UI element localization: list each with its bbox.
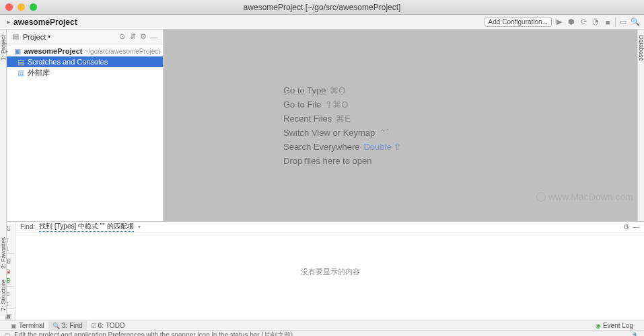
folder-icon: ▣ <box>13 46 22 56</box>
hint-go-to-type: Go to Type ⌘O <box>283 85 637 95</box>
stop-icon[interactable]: ■ <box>603 17 612 27</box>
project-view-icon: ▤ <box>11 32 20 42</box>
event-log-icon: ◉ <box>596 323 601 329</box>
breadcrumb[interactable]: awesomeProject <box>13 17 77 27</box>
toolbar: ▸ awesomeProject Add Configuration... ▶ … <box>0 15 644 30</box>
window-title: awesomeProject [~/go/src/awesomeProject] <box>244 3 401 12</box>
titlebar: awesomeProject [~/go/src/awesomeProject] <box>0 0 644 15</box>
hint-drop-files: Drop files here to open <box>283 156 637 166</box>
sidebar-header: ▤ Project ▾ ⊙ ⇵ ⚙ — <box>7 30 163 44</box>
gutter-favorites-tab[interactable]: 2: Favorites <box>0 235 7 271</box>
find-panel: ⇅ ↑ ↓ ⊞ ⊗ ⊕ ≡ ↕ ▣ Find: 找到 [Types] 中模式 "… <box>0 221 644 321</box>
editor-area[interactable]: Go to Type ⌘O Go to File ⇧⌘O Recent File… <box>164 30 637 221</box>
locate-icon[interactable]: ⊙ <box>117 32 127 42</box>
hint-go-to-file: Go to File ⇧⌘O <box>283 99 637 110</box>
left-gutter: 1: Project <box>0 30 7 221</box>
tab-terminal[interactable]: ▣Terminal <box>7 321 48 330</box>
gutter-database-tab[interactable]: Database <box>638 32 645 64</box>
window-controls <box>5 3 37 11</box>
right-gutter: Database <box>637 30 644 221</box>
sidebar-title[interactable]: Project ▾ <box>23 33 114 41</box>
left-gutter-bottom: 2: Favorites 7: Structure <box>0 221 7 317</box>
status-bar: ▢ Edit the project and application Prefe… <box>0 330 644 336</box>
profiler-icon[interactable]: ◔ <box>591 17 600 27</box>
find-label: Find: <box>20 223 35 230</box>
debug-icon[interactable]: ⬢ <box>567 17 576 27</box>
hint-switch-view: Switch View or Keymap ⌃` <box>283 128 637 138</box>
maximize-icon[interactable] <box>30 3 37 11</box>
add-configuration-button[interactable]: Add Configuration... <box>485 17 552 27</box>
tree-item-label: Scratches and Consoles <box>28 58 108 66</box>
close-icon[interactable] <box>5 3 13 11</box>
tree-row[interactable]: ▤ Scratches and Consoles <box>7 56 163 67</box>
gear-icon[interactable]: ⚙ <box>139 32 148 42</box>
coverage-icon[interactable]: ⟳ <box>579 17 588 27</box>
todo-icon: ☑ <box>91 323 96 329</box>
tree-row[interactable]: ▸ ▣ awesomeProject ~/go/src/awesomeProje… <box>7 46 163 56</box>
run-icon[interactable]: ▶ <box>554 17 564 27</box>
minimize-icon[interactable] <box>17 3 25 11</box>
find-description[interactable]: 找到 [Types] 中模式 "" 的匹配项 <box>39 222 133 232</box>
tab-event-log[interactable]: ◉Event Log <box>592 322 637 329</box>
gutter-project-tab[interactable]: 1: Project <box>0 32 7 63</box>
status-spanner-icon[interactable]: 🔧 <box>632 332 640 337</box>
tab-todo[interactable]: ☑6: TODO <box>87 321 129 330</box>
tree-item-label: awesomeProject <box>24 47 83 55</box>
bottom-tabs: ▣Terminal 🔍3: Find ☑6: TODO ◉Event Log <box>0 321 644 330</box>
expand-icon[interactable]: ⇵ <box>128 32 137 42</box>
library-icon: ▥ <box>16 69 26 78</box>
find-results: Find: 找到 [Types] 中模式 "" 的匹配项 ▾ ⚙ — 没有要显示… <box>16 222 644 321</box>
watermark: www.MacDown.com <box>536 192 633 202</box>
hide-icon[interactable]: — <box>149 32 159 42</box>
find-empty-message: 没有要显示的内容 <box>301 266 360 276</box>
project-tree[interactable]: ▸ ▣ awesomeProject ~/go/src/awesomeProje… <box>7 44 163 80</box>
scratches-icon: ▤ <box>16 57 26 67</box>
status-window-icon[interactable]: ▢ <box>4 332 10 337</box>
tree-row[interactable]: ▥ 外部库 <box>7 67 163 79</box>
find-hide-icon[interactable]: — <box>633 223 640 230</box>
find-gear-icon[interactable]: ⚙ <box>623 223 629 230</box>
terminal-icon: ▣ <box>11 323 17 329</box>
update-icon[interactable]: ▭ <box>618 17 628 27</box>
tab-find[interactable]: 🔍3: Find <box>48 321 87 330</box>
gutter-structure-tab[interactable]: 7: Structure <box>0 277 7 314</box>
tree-item-path: ~/go/src/awesomeProject <box>84 48 160 55</box>
tree-item-label: 外部库 <box>28 68 50 78</box>
project-sidebar: ▤ Project ▾ ⊙ ⇵ ⚙ — ▸ ▣ awesomeProject ~… <box>7 30 164 221</box>
project-icon: ▸ <box>4 17 13 27</box>
status-hint: Edit the project and application Prefere… <box>14 331 293 336</box>
search-icon: 🔍 <box>52 323 60 329</box>
hint-search-everywhere: Search Everywhere Double ⇧ <box>283 142 637 152</box>
hint-recent-files: Recent Files ⌘E <box>283 114 637 124</box>
search-icon[interactable]: 🔍 <box>631 17 640 27</box>
